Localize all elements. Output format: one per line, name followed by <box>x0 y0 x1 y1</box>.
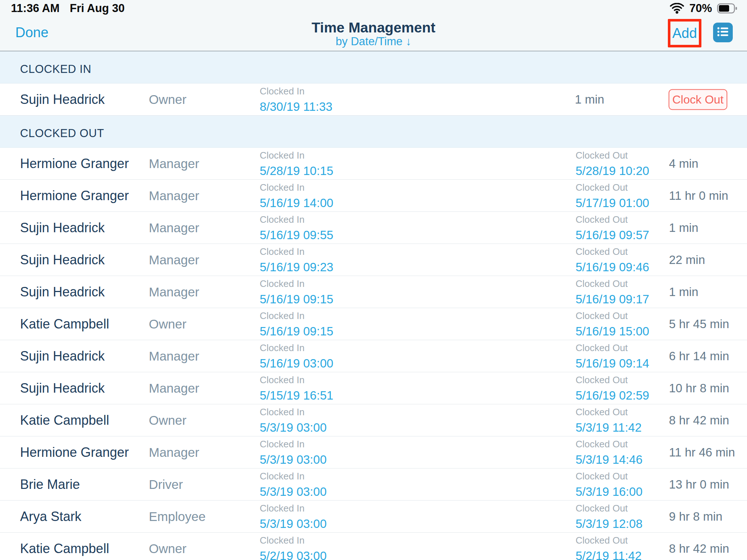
clocked-in-column: Clocked In 5/3/19 03:00 <box>260 470 327 498</box>
clocked-in-label: Clocked In <box>260 278 333 289</box>
employee-name: Hermione Granger <box>20 188 129 203</box>
clocked-out-label: Clocked Out <box>576 246 649 257</box>
clocked-out-column: Clocked Out 5/16/19 09:46 <box>576 246 649 274</box>
clocked-out-label: Clocked Out <box>576 149 649 161</box>
employee-name: Katie Campbell <box>20 541 109 556</box>
clocked-out-label: Clocked Out <box>576 278 649 289</box>
clocked-in-time[interactable]: 5/16/19 14:00 <box>260 196 333 210</box>
time-entry-row[interactable]: Arya Stark Employee Clocked In 5/3/19 03… <box>0 501 747 533</box>
duration-text: 8 hr 42 min <box>669 413 729 427</box>
clocked-in-column: Clocked In 5/15/19 16:51 <box>260 374 333 402</box>
duration-text: 1 min <box>669 285 698 299</box>
time-entry-row[interactable]: Brie Marie Driver Clocked In 5/3/19 03:0… <box>0 468 747 501</box>
time-entry-row[interactable]: Sujin Headrick Manager Clocked In 5/16/1… <box>0 276 747 308</box>
duration-text: 4 min <box>669 157 698 171</box>
time-entry-row[interactable]: Hermione Granger Manager Clocked In 5/16… <box>0 180 747 212</box>
duration-text: 10 hr 8 min <box>669 381 729 395</box>
employee-name: Hermione Granger <box>20 156 129 171</box>
clocked-out-time[interactable]: 5/17/19 01:00 <box>576 196 649 210</box>
sort-indicator[interactable]: by Date/Time ↓ <box>0 35 747 48</box>
employee-role: Manager <box>149 253 199 267</box>
clocked-in-label: Clocked In <box>260 310 333 321</box>
time-entry-row[interactable]: Katie Campbell Owner Clocked In 5/3/19 0… <box>0 404 747 436</box>
clocked-in-time[interactable]: 5/16/19 09:55 <box>260 228 333 242</box>
clocked-out-label: Clocked Out <box>576 310 649 321</box>
clocked-out-time[interactable]: 5/16/19 09:46 <box>576 260 649 274</box>
clocked-out-column: Clocked Out 5/3/19 14:46 <box>576 438 643 466</box>
duration-text: 11 hr 46 min <box>669 446 735 459</box>
duration-text: 11 hr 0 min <box>669 189 728 203</box>
employee-role: Manager <box>149 285 199 299</box>
clocked-out-column: Clocked Out 5/3/19 12:08 <box>576 502 643 530</box>
clocked-in-time[interactable]: 5/16/19 09:23 <box>260 260 333 274</box>
clocked-in-time[interactable]: 5/16/19 09:15 <box>260 324 333 338</box>
clocked-in-time[interactable]: 5/28/19 10:15 <box>260 164 333 178</box>
clocked-in-column: Clocked In 5/16/19 14:00 <box>260 182 333 210</box>
duration-text: 8 hr 42 min <box>669 542 729 556</box>
view-options-button[interactable] <box>713 23 733 42</box>
status-date: Fri Aug 30 <box>70 2 124 15</box>
clocked-out-time[interactable]: 5/16/19 15:00 <box>576 324 649 338</box>
clocked-in-time[interactable]: 5/2/19 03:00 <box>260 549 327 560</box>
clocked-out-time[interactable]: 5/3/19 16:00 <box>576 485 643 498</box>
clocked-out-time[interactable]: 5/16/19 02:59 <box>576 388 649 402</box>
clocked-out-time[interactable]: 5/2/19 11:42 <box>576 549 642 560</box>
time-entry-row[interactable]: Sujin Headrick Manager Clocked In 5/16/1… <box>0 340 747 372</box>
clocked-in-time[interactable]: 8/30/19 11:33 <box>260 100 332 113</box>
clocked-in-time[interactable]: 5/16/19 03:00 <box>260 356 333 370</box>
clocked-in-column: Clocked In 5/16/19 03:00 <box>260 342 333 370</box>
employee-role: Owner <box>149 317 186 331</box>
clocked-out-label: Clocked Out <box>576 406 642 417</box>
clocked-out-time[interactable]: 5/3/19 11:42 <box>576 420 642 434</box>
status-left: 11:36 AM Fri Aug 30 <box>11 2 125 15</box>
clocked-in-column: Clocked In 5/2/19 03:00 <box>260 534 327 560</box>
time-entry-row[interactable]: Katie Campbell Owner Clocked In 5/16/19 … <box>0 308 747 340</box>
duration-text: 9 hr 8 min <box>669 510 723 524</box>
clocked-out-time[interactable]: 5/16/19 09:57 <box>576 228 649 242</box>
clocked-in-label: Clocked In <box>260 182 333 193</box>
clocked-out-column: Clocked Out 5/16/19 09:14 <box>576 342 649 370</box>
clocked-out-column: Clocked Out 5/17/19 01:00 <box>576 182 649 210</box>
employee-name: Sujin Headrick <box>20 92 105 107</box>
add-button[interactable]: Add <box>672 26 697 41</box>
clocked-out-column: Clocked Out 5/3/19 16:00 <box>576 470 643 498</box>
duration-text: 5 hr 45 min <box>669 317 729 331</box>
time-entry-row[interactable]: Sujin Headrick Owner Clocked In 8/30/19 … <box>0 83 747 116</box>
clocked-in-label: Clocked In <box>260 406 327 417</box>
clocked-in-time[interactable]: 5/15/19 16:51 <box>260 388 333 402</box>
clocked-out-time[interactable]: 5/16/19 09:14 <box>576 356 649 370</box>
employee-role: Manager <box>149 156 199 171</box>
clocked-out-label: Clocked Out <box>576 534 642 546</box>
clocked-in-time[interactable]: 5/16/19 09:15 <box>260 292 333 306</box>
clocked-in-time[interactable]: 5/3/19 03:00 <box>260 517 327 530</box>
employee-role: Owner <box>149 92 186 107</box>
clocked-out-column: Clocked Out 5/3/19 11:42 <box>576 406 642 434</box>
clocked-out-time[interactable]: 5/28/19 10:20 <box>576 164 649 178</box>
nav-bar: Done Time Management by Date/Time ↓ Add <box>0 15 747 51</box>
battery-icon <box>717 3 738 13</box>
clocked-in-time[interactable]: 5/3/19 03:00 <box>260 485 327 498</box>
time-entry-row[interactable]: Sujin Headrick Manager Clocked In 5/16/1… <box>0 244 747 276</box>
clocked-out-column: Clocked Out 5/28/19 10:20 <box>576 149 649 178</box>
employee-name: Arya Stark <box>20 509 81 524</box>
annotation-highlight-box: Add <box>668 19 701 47</box>
clocked-out-time[interactable]: 5/3/19 12:08 <box>576 517 643 530</box>
clocked-in-time[interactable]: 5/3/19 03:00 <box>260 420 327 434</box>
clocked-out-time[interactable]: 5/3/19 14:46 <box>576 452 643 466</box>
clocked-in-label: Clocked In <box>260 534 327 546</box>
clocked-out-time[interactable]: 5/16/19 09:17 <box>576 292 649 306</box>
time-entry-row[interactable]: Sujin Headrick Manager Clocked In 5/15/1… <box>0 372 747 404</box>
time-entry-row[interactable]: Hermione Granger Manager Clocked In 5/28… <box>0 148 747 180</box>
time-entry-row[interactable]: Katie Campbell Owner Clocked In 5/2/19 0… <box>0 533 747 560</box>
clocked-in-label: Clocked In <box>260 374 333 385</box>
time-entry-row[interactable]: Hermione Granger Manager Clocked In 5/3/… <box>0 436 747 468</box>
section-header: CLOCKED IN <box>0 51 747 83</box>
clocked-in-time[interactable]: 5/3/19 03:00 <box>260 452 327 466</box>
time-entry-row[interactable]: Sujin Headrick Manager Clocked In 5/16/1… <box>0 212 747 244</box>
clocked-in-label: Clocked In <box>260 214 333 225</box>
clocked-in-column: Clocked In 5/16/19 09:55 <box>260 214 333 242</box>
clocked-out-column: Clocked Out 5/16/19 15:00 <box>576 310 649 338</box>
clocked-in-label: Clocked In <box>260 342 333 353</box>
clock-out-button[interactable]: Clock Out <box>669 89 727 110</box>
status-time: 11:36 AM <box>11 2 59 15</box>
